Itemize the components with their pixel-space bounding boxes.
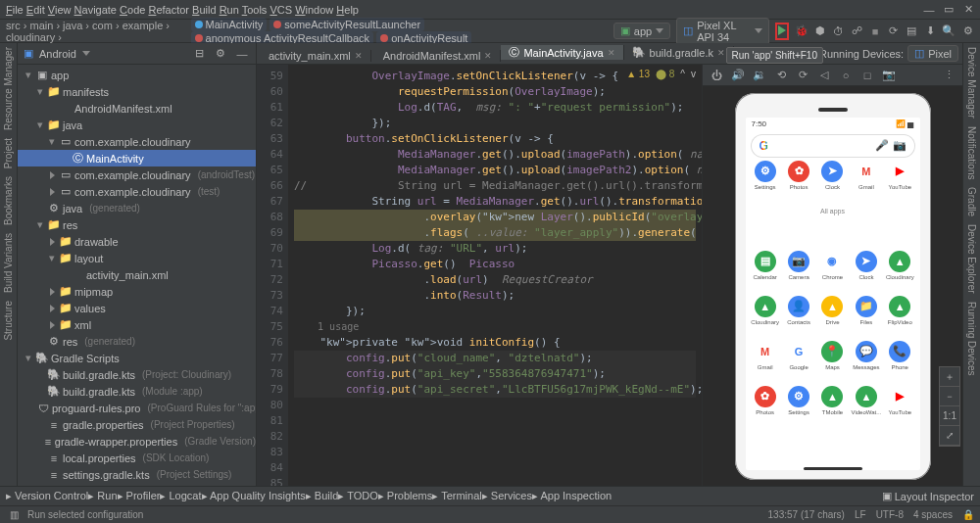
toolwin-logcat[interactable]: ▸ Logcat [160,490,201,502]
menu-file[interactable]: File [6,4,24,16]
sidebar-settings-icon[interactable]: ⚙ [213,46,228,62]
breadcrumb-chip[interactable]: MainActivity [191,18,268,31]
app-icon-cloudinary[interactable]: ▲Cloudinary [749,296,782,341]
tree-node[interactable]: 📁values [18,300,256,316]
sidebar-title[interactable]: Android [39,48,76,60]
tool-device manager[interactable]: Device Manager [966,47,977,119]
emu-back-icon[interactable]: ◁ [816,68,832,83]
emu-power-icon[interactable]: ⏻ [709,68,724,83]
tree-node[interactable]: ⚙res(generated) [18,333,256,350]
tree-node[interactable]: ⚙java(generated) [18,200,256,216]
settings-icon[interactable]: ⚙ [961,24,974,39]
lens-icon[interactable]: 📷 [893,139,906,152]
app-icon-flipvideo[interactable]: ▲FlipVideo [883,296,916,341]
app-icon-drive[interactable]: ▲Drive [815,296,849,341]
sdk-button[interactable]: ⬇ [924,24,937,39]
tree-node[interactable]: 📁mipmap [18,283,256,300]
app-icon-clock[interactable]: ➤Clock [815,161,849,206]
tool-running devices[interactable]: Running Devices [966,302,977,376]
sidebar-hide-icon[interactable]: — [234,46,250,62]
toolwin-todo[interactable]: ▸ TODO [338,490,377,502]
tree-node[interactable]: ▾📁layout [18,250,256,266]
inspection-widget[interactable]: ▲ 13 ⬤ 8 ^v [626,69,696,79]
emu-screenshot-icon[interactable]: 📷 [881,68,897,83]
tree-node[interactable]: ▾📁res [18,216,256,233]
close-icon[interactable]: ✕ [484,51,492,61]
profile-button[interactable]: ⏱ [832,24,845,39]
emu-volup-icon[interactable]: 🔊 [730,68,746,83]
zoom-controls[interactable]: ＋ － 1:1 ⤢ [939,366,960,447]
gesture-bar[interactable] [804,467,862,470]
app-icon-maps[interactable]: 📍Maps [815,341,849,386]
app-icon-photos[interactable]: ✿Photos [782,161,815,206]
app-icon-tmobile[interactable]: ▲TMobile [815,386,849,431]
menu-navigate[interactable]: Navigate [74,4,117,16]
tree-node[interactable]: ▾▣app [18,67,256,83]
editor-tab[interactable]: 🐘build.gradle.k✕ [624,46,734,59]
toolwin-version control[interactable]: ▸ Version Control [6,490,88,502]
tree-node[interactable]: ▭com.example.cloudinary(test) [18,183,256,200]
tree-node[interactable]: ▾▭com.example.cloudinary [18,133,256,150]
emu-rotright-icon[interactable]: ⟳ [795,68,810,83]
avd-button[interactable]: ▤ [906,24,918,39]
code-body[interactable]: OverlayImage.setOnClickListener(v -> { r… [288,65,702,486]
code-editor[interactable]: ▲ 13 ⬤ 8 ^v 5960616263646566676869707172… [257,65,702,486]
app-icon-chrome[interactable]: ◉Chrome [815,251,849,296]
breadcrumb-item[interactable]: cloudinary [6,31,55,43]
zoom-in-icon[interactable]: ＋ [940,367,959,387]
stop-button[interactable]: ■ [869,24,882,39]
close-icon[interactable]: ✕ [962,4,974,16]
app-icon-settings[interactable]: ⚙Settings [782,386,815,431]
lock-icon[interactable]: 🔒 [962,509,974,520]
running-device-select[interactable]: ◫Pixel [907,45,958,62]
app-icon-youtube[interactable]: ▶YouTube [883,161,916,206]
app-icon-camera[interactable]: 📷Camera [782,251,815,296]
toolwin-app quality insights[interactable]: ▸ App Quality Insights [202,490,306,502]
minimize-icon[interactable]: — [923,4,935,16]
menu-edit[interactable]: Edit [26,4,45,16]
tree-node[interactable]: AndroidManifest.xml [18,100,256,117]
tool-device explorer[interactable]: Device Explorer [966,224,977,294]
tool-bookmarks[interactable]: Bookmarks [3,176,14,225]
status-tool-icon[interactable]: ▥ [6,507,22,523]
toolwin-services[interactable]: ▸ Services [482,490,532,502]
tree-node[interactable]: ≡gradle.properties(Project Properties) [18,416,256,433]
app-icon-clock[interactable]: ➤Clock [850,251,883,296]
tree-node[interactable]: 📁drawable [18,233,256,250]
menu-vcs[interactable]: VCS [270,4,292,16]
editor-tab[interactable]: AndroidManifest.xml✕ [371,50,502,62]
zoom-out-icon[interactable]: － [940,387,959,406]
tree-node[interactable]: activity_main.xml [18,266,256,283]
tool-resource manager[interactable]: Resource Manager [3,47,14,130]
toolwin-terminal[interactable]: ▸ Terminal [432,490,481,502]
mic-icon[interactable]: 🎤 [875,139,889,152]
editor-tab[interactable]: activity_main.xml✕ [257,50,371,62]
layout-inspector-button[interactable]: ▣ Layout Inspector [882,490,974,502]
run-button[interactable] [775,23,789,40]
app-icon-photos[interactable]: ✿Photos [749,386,782,431]
breadcrumb-item[interactable]: java [63,20,82,31]
close-icon[interactable]: ✕ [608,48,615,58]
tree-node[interactable]: ≡gradle-wrapper.properties(Gradle Versio… [18,433,256,450]
search-icon[interactable]: 🔍 [942,24,956,39]
project-tree[interactable]: ▾▣app▾📁manifestsAndroidManifest.xml▾📁jav… [18,65,256,486]
tool-notifications[interactable]: Notifications [966,126,977,179]
toolwin-run[interactable]: ▸ Run [88,490,117,502]
emu-overview-icon[interactable]: □ [859,68,875,83]
emu-more-icon[interactable]: ⋮ [941,68,956,83]
toolwin-app inspection[interactable]: ▸ App Inspection [532,490,612,502]
menu-window[interactable]: Window [295,4,333,16]
app-icon-contacts[interactable]: 👤Contacts [782,296,815,341]
status-chip[interactable]: 4 spaces [913,509,953,520]
menu-build[interactable]: Build [192,4,216,16]
app-icon-phone[interactable]: 📞Phone [883,341,916,386]
tool-build variants[interactable]: Build Variants [3,233,14,293]
run-config-module[interactable]: ▣app [613,23,670,39]
app-icon-gmail[interactable]: MGmail [850,161,883,206]
app-icon-cloudinary[interactable]: ▲Cloudinary [883,251,916,296]
attach-debugger-button[interactable]: ☍ [851,24,863,39]
tool-structure[interactable]: Structure [3,301,14,341]
tree-node[interactable]: ≡local.properties(SDK Location) [18,450,256,466]
app-icon-google[interactable]: GGoogle [782,341,815,386]
status-chip[interactable]: 133:57 (17 chars) [768,509,845,520]
